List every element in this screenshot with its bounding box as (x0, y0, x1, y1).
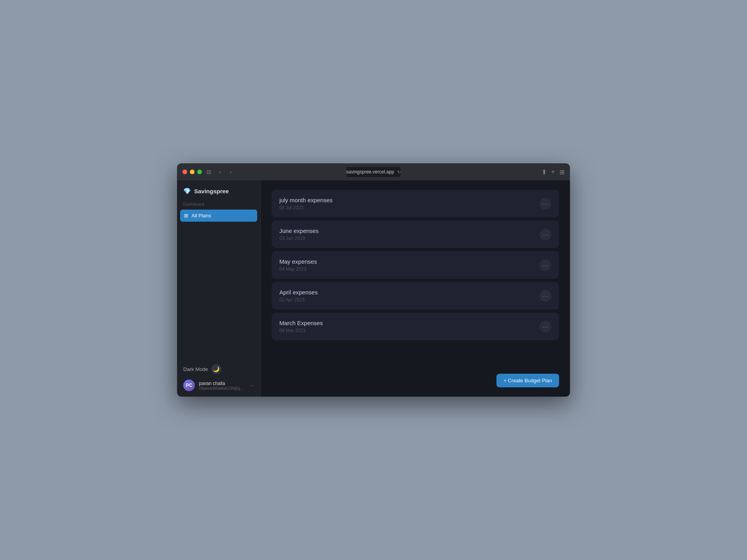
plan-title: May expenses (279, 258, 317, 265)
plan-menu-button[interactable]: ··· (540, 290, 551, 302)
plan-info: April expenses 02 Apr 2023 (279, 289, 317, 303)
user-section: PC pavan challa chpavanbhaskar234@gmail.… (183, 380, 254, 391)
plan-card[interactable]: july month expenses 08 Jul 2023 ··· (272, 190, 559, 217)
forward-button[interactable]: › (227, 168, 235, 176)
plan-date: 02 Apr 2023 (279, 297, 317, 303)
all-plans-icon: ⊞ (184, 213, 188, 219)
plan-menu-button[interactable]: ··· (540, 229, 551, 240)
logo-icon: 💎 (183, 187, 191, 195)
plan-info: july month expenses 08 Jul 2023 (279, 197, 333, 210)
plan-menu-button[interactable]: ··· (540, 321, 551, 332)
address-bar[interactable]: savingspree.vercel.app ↻ (346, 167, 401, 177)
logout-button[interactable]: → (249, 382, 254, 388)
user-info: pavan challa chpavanbhaskar234@gmail.com (199, 381, 245, 390)
minimize-traffic-light[interactable] (190, 170, 195, 174)
user-email: chpavanbhaskar234@gmail.com (199, 386, 245, 390)
user-name: pavan challa (199, 381, 245, 386)
sidebar-nav: ⊞ All Plans (177, 210, 260, 222)
maximize-traffic-light[interactable] (197, 170, 202, 174)
browser-window: ⊟ ‹ › savingspree.vercel.app ↻ ⬆ + ⊞ 💎 S… (177, 163, 570, 397)
refresh-icon[interactable]: ↻ (397, 170, 401, 175)
traffic-lights (182, 170, 202, 174)
sidebar-item-label: All Plans (191, 213, 211, 219)
app-layout: 💎 Savingspree Dashboard ⊞ All Plans Dark… (177, 180, 570, 397)
sidebar-logo: 💎 Savingspree (177, 180, 260, 200)
sidebar-section-label: Dashboard (177, 200, 260, 210)
sidebar-bottom: Dark Mode 🌙 PC pavan challa chpavanbhask… (177, 359, 260, 397)
plan-card[interactable]: March Expenses 08 Mar 2023 ··· (272, 313, 559, 340)
grid-view-icon[interactable]: ⊞ (559, 168, 565, 176)
plan-card[interactable]: June expenses 03 Jun 2023 ··· (272, 220, 559, 248)
create-budget-label: + Create Budget Plan (503, 378, 552, 383)
plan-card[interactable]: May expenses 04 May 2023 ··· (272, 251, 559, 279)
plan-card[interactable]: April expenses 02 Apr 2023 ··· (272, 282, 559, 310)
plan-title: March Expenses (279, 320, 323, 326)
logo-text: Savingspree (194, 188, 229, 194)
plan-date: 08 Mar 2023 (279, 328, 323, 333)
url-text: savingspree.vercel.app (346, 169, 394, 175)
plan-menu-button[interactable]: ··· (540, 198, 551, 210)
tab-toggle-button[interactable]: ⊟ (205, 168, 213, 176)
main-content: july month expenses 08 Jul 2023 ··· June… (261, 180, 570, 397)
plan-info: May expenses 04 May 2023 (279, 258, 317, 272)
share-icon[interactable]: ⬆ (542, 168, 547, 176)
plan-info: March Expenses 08 Mar 2023 (279, 320, 323, 333)
plan-date: 03 Jun 2023 (279, 236, 319, 241)
moon-badge: 🌙 (211, 364, 221, 374)
plan-info: June expenses 03 Jun 2023 (279, 228, 319, 241)
plan-title: july month expenses (279, 197, 333, 203)
plans-list: july month expenses 08 Jul 2023 ··· June… (272, 190, 559, 340)
create-budget-button[interactable]: + Create Budget Plan (496, 374, 559, 387)
moon-icon: 🌙 (213, 366, 219, 372)
avatar-initials: PC (183, 380, 195, 391)
plan-title: June expenses (279, 228, 319, 234)
close-traffic-light[interactable] (182, 170, 187, 174)
plan-title: April expenses (279, 289, 317, 296)
sidebar: 💎 Savingspree Dashboard ⊞ All Plans Dark… (177, 180, 261, 397)
user-avatar: PC (183, 380, 195, 391)
plan-date: 08 Jul 2023 (279, 205, 333, 210)
sidebar-item-all-plans[interactable]: ⊞ All Plans (180, 210, 257, 222)
dark-mode-label: Dark Mode (183, 366, 208, 372)
plan-date: 04 May 2023 (279, 266, 317, 272)
browser-chrome: ⊟ ‹ › savingspree.vercel.app ↻ ⬆ + ⊞ (177, 163, 570, 180)
new-tab-icon[interactable]: + (551, 168, 555, 175)
dark-mode-toggle[interactable]: Dark Mode 🌙 (183, 364, 254, 374)
back-button[interactable]: ‹ (216, 168, 224, 176)
plan-menu-button[interactable]: ··· (540, 259, 551, 271)
